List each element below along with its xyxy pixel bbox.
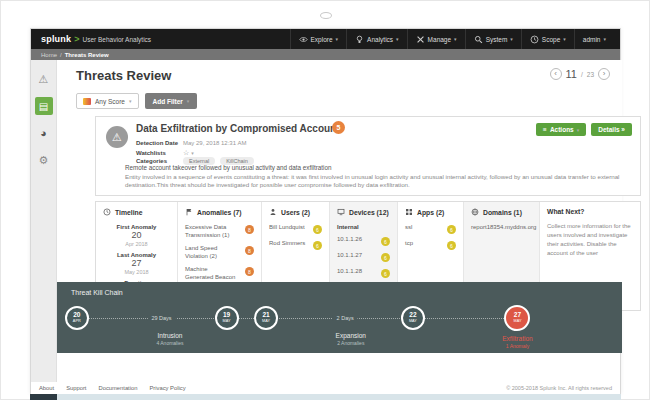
app-item[interactable]: ssl 6: [405, 224, 456, 234]
score-filter-select[interactable]: Any Score ▾: [76, 93, 139, 109]
device-name: 10.1.1.28: [337, 268, 381, 276]
reviews-list-icon[interactable]: ▤: [35, 97, 53, 115]
kill-chain-title: Threat Kill Chain: [71, 289, 123, 296]
user-item[interactable]: Bill Lundquist 6: [269, 224, 322, 234]
node-day: 22: [409, 312, 416, 319]
gear-icon[interactable]: ⚙: [35, 151, 53, 169]
device-name: 10.1.1.27: [337, 252, 381, 260]
first-anomaly-day: 20: [103, 230, 170, 241]
page-title: Threats Review: [76, 68, 171, 83]
domains-title: Domains (1): [483, 209, 522, 216]
score-gradient-icon: [83, 98, 91, 105]
node-month: MAY: [262, 320, 270, 324]
nav-item-system[interactable]: System ▾: [465, 29, 521, 49]
breadcrumb: Home / Threats Review: [31, 49, 620, 60]
threat-pager: ‹ 11 / 23 ›: [550, 68, 610, 80]
add-filter-label: Add Filter: [153, 98, 183, 105]
pager-separator: /: [581, 71, 583, 78]
nav-label: Scope: [542, 36, 560, 43]
anomaly-item[interactable]: Land Speed Violation (2) 8: [185, 245, 254, 260]
left-sidebar: ⚠ ▤ ◕ ⚙: [31, 60, 57, 382]
copyright-text: © 2005-2018 Splunk Inc. All rights reser…: [506, 385, 612, 391]
watchlists-row: Watchlists ☆ ▾: [136, 149, 194, 157]
threat-description: Entity involved in a sequence of events …: [125, 173, 630, 189]
footer-link-privacy[interactable]: Privacy Policy: [149, 385, 185, 391]
nav-label: Explore: [311, 36, 333, 43]
chevron-down-icon: ▾: [336, 36, 339, 42]
kill-chain-node[interactable]: 20 APR: [65, 306, 89, 330]
details-button[interactable]: Details »: [591, 123, 632, 136]
person-icon: [269, 208, 277, 217]
kill-chain-node[interactable]: 21 MAY: [254, 306, 278, 330]
nav-label: admin: [583, 36, 601, 43]
phase-count: 4 Anomalies: [156, 340, 183, 347]
apps-title: Apps (2): [417, 209, 444, 216]
score-dot: 6: [447, 225, 456, 234]
score-dot: 6: [381, 237, 390, 246]
app-name: ssl: [405, 224, 447, 232]
footer-link-documentation[interactable]: Documentation: [98, 385, 137, 391]
chevron-down-icon: ▾: [454, 36, 457, 42]
kill-chain-node[interactable]: 22 MAY: [401, 306, 425, 330]
prev-threat-button[interactable]: ‹: [550, 68, 562, 80]
flag-icon: [185, 208, 193, 217]
bottom-strip: [30, 394, 621, 400]
actions-button[interactable]: ≡ Actions ▾: [536, 123, 586, 136]
score-dot: 6: [447, 241, 456, 250]
last-anomaly-month: May 2018: [103, 269, 170, 275]
domain-item[interactable]: report18354.myddns.org: [471, 224, 532, 232]
menu-icon: ≡: [543, 126, 547, 133]
phase-name: Exfiltration: [502, 335, 532, 343]
threats-warning-icon[interactable]: ⚠: [35, 70, 53, 88]
nav-item-scope[interactable]: Scope ▾: [521, 29, 574, 49]
logo-group[interactable]: splunk > User Behavior Analytics: [41, 34, 151, 44]
footer-link-about[interactable]: About: [39, 385, 54, 391]
threat-kill-chain-panel: Threat Kill Chain 20 APR 29 Days 19 MAY …: [57, 282, 622, 353]
phase-name: Intrusion: [156, 332, 183, 340]
nav-label: Manage: [428, 36, 452, 43]
bottom-strip-dark: [30, 394, 57, 400]
device-item[interactable]: 10.1.1.27 6: [337, 252, 390, 262]
app-item[interactable]: tcp 6: [405, 240, 456, 250]
breadcrumb-separator: /: [60, 52, 62, 58]
kill-chain-node[interactable]: 19 MAY: [215, 306, 239, 330]
threat-warning-icon: ⚠: [106, 126, 128, 148]
anomaly-item[interactable]: Excessive Data Transmission (1) 8: [185, 224, 254, 239]
pie-chart-icon[interactable]: ◕: [35, 124, 53, 142]
breadcrumb-home-link[interactable]: Home: [41, 52, 57, 58]
devices-title: Devices (12): [349, 209, 389, 216]
phase-intrusion: Intrusion 4 Anomalies: [156, 332, 183, 347]
user-item[interactable]: Rod Simmers 6: [269, 240, 322, 250]
kill-chain-node-alert[interactable]: 27 MAY: [504, 305, 530, 331]
device-item[interactable]: 10.1.1.28 6: [337, 268, 390, 278]
eye-icon: [299, 35, 308, 44]
app-footer: About Support Documentation Privacy Poli…: [31, 382, 620, 394]
detection-date-label: Detection Date: [136, 140, 178, 146]
breadcrumb-current: Threats Review: [65, 52, 109, 58]
nav-item-manage[interactable]: Manage ▾: [407, 29, 465, 49]
score-dot: 6: [313, 225, 322, 234]
star-icon[interactable]: ☆ ▾: [183, 149, 194, 157]
domain-name: report18354.myddns.org: [471, 224, 533, 232]
chevron-down-icon: ▾: [510, 36, 513, 42]
nav-item-explore[interactable]: Explore ▾: [290, 29, 347, 49]
score-dot: 6: [313, 241, 322, 250]
users-header: Users (2): [269, 208, 322, 217]
what-next-header: What Next?: [547, 208, 633, 215]
details-label: Details »: [598, 126, 625, 133]
next-threat-button[interactable]: ›: [598, 68, 610, 80]
footer-link-support[interactable]: Support: [66, 385, 86, 391]
nav-item-analytics[interactable]: Analytics ▾: [346, 29, 407, 49]
watchlists-label: Watchlists: [136, 150, 178, 156]
main-content: Threats Review ‹ 11 / 23 › Any Score ▾ A…: [57, 60, 622, 311]
device-item[interactable]: 10.1.1.26 6: [337, 236, 390, 246]
what-next-title: What Next?: [547, 208, 584, 215]
segment-duration: 29 Days: [147, 315, 175, 321]
nav-item-admin[interactable]: admin ▾: [574, 29, 614, 49]
threat-summary: Remote account takeover followed by unus…: [125, 164, 332, 171]
add-filter-button[interactable]: Add Filter ▾: [145, 93, 198, 109]
camera-dot: [320, 12, 332, 19]
top-navbar: splunk > User Behavior Analytics Explore…: [31, 29, 620, 49]
threat-actions-group: ≡ Actions ▾ Details »: [536, 123, 632, 136]
phase-expansion: Expansion 2 Anomalies: [336, 332, 366, 347]
